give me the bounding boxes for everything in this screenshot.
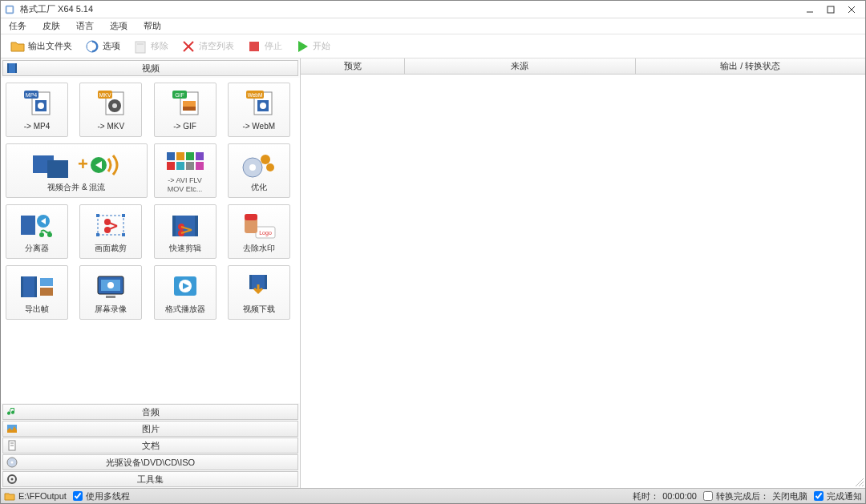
start-label: 开始 (313, 40, 330, 52)
category-toolset[interactable]: 工具集 (2, 471, 298, 487)
tile-mkv-label: -> MKV (83, 122, 138, 133)
picture-icon (6, 423, 18, 434)
tile-crop[interactable]: 画面裁剪 (79, 204, 142, 259)
svg-rect-76 (21, 276, 23, 297)
maximize-button[interactable] (820, 2, 841, 18)
gear-icon (6, 474, 18, 485)
task-list-body[interactable] (301, 75, 865, 488)
svg-rect-13 (7, 63, 9, 73)
options-button[interactable]: 选项 (80, 37, 125, 56)
category-rom[interactable]: 光驱设备\DVD\CD\ISO (2, 454, 298, 470)
menubar: 任务 皮肤 语言 选项 帮助 (1, 18, 865, 34)
multithread-label: 使用多线程 (86, 490, 130, 502)
options-label: 选项 (103, 40, 120, 52)
stop-button[interactable]: 停止 (242, 37, 287, 56)
tile-download[interactable]: 视频下载 (228, 265, 290, 320)
tile-watermark-label: 去除水印 (232, 244, 286, 255)
col-source[interactable]: 来源 (405, 58, 636, 74)
start-button[interactable]: 开始 (290, 37, 335, 56)
tile-mp4[interactable]: MP4 -> MP4 (6, 83, 68, 137)
resize-grip-icon (854, 477, 864, 486)
remove-button[interactable]: 移除 (128, 37, 173, 56)
stop-label: 停止 (265, 40, 282, 52)
minimize-button[interactable] (799, 2, 820, 18)
output-path-segment[interactable]: E:\FFOutput (4, 491, 67, 501)
tile-gif-label: -> GIF (158, 122, 212, 133)
multithread-segment: 使用多线程 (73, 490, 130, 502)
tile-avi-label1: -> AVI FLV (168, 176, 201, 185)
splitter-icon (10, 208, 64, 244)
tile-splitter[interactable]: 分离器 (6, 204, 68, 259)
after-done-label: 转换完成后： (716, 490, 769, 502)
svg-rect-41 (186, 152, 194, 160)
category-picture[interactable]: 图片 (2, 421, 298, 437)
category-video-header[interactable]: 视频 (2, 60, 298, 76)
clear-list-button[interactable]: 清空列表 (176, 37, 239, 56)
webm-icon: WebM (232, 87, 286, 122)
tile-player[interactable]: 格式播放器 (154, 265, 216, 320)
menu-language[interactable]: 语言 (73, 18, 97, 34)
svg-point-34 (260, 103, 266, 109)
svg-rect-77 (34, 276, 37, 297)
window-title: 格式工厂 X64 5.14 (20, 3, 799, 15)
close-button[interactable] (841, 2, 862, 18)
menu-skin[interactable]: 皮肤 (39, 18, 63, 34)
tile-avi[interactable]: -> AVI FLV MOV Etc... (154, 143, 216, 198)
tile-mkv[interactable]: MKV -> MKV (79, 83, 142, 137)
svg-rect-1 (7, 6, 13, 12)
svg-rect-42 (196, 152, 204, 160)
tile-screenrec[interactable]: 屏幕录像 (79, 265, 142, 320)
category-document[interactable]: 文档 (2, 437, 298, 454)
tile-watermark[interactable]: Logo 去除水印 (228, 204, 290, 259)
tile-optimize[interactable]: 优化 (228, 143, 290, 198)
tile-webm[interactable]: WebM -> WebM (228, 83, 290, 137)
category-rom-label: 光驱设备\DVD\CD\ISO (106, 457, 195, 469)
col-status[interactable]: 输出 / 转换状态 (636, 58, 866, 74)
svg-rect-74 (245, 214, 257, 220)
svg-rect-65 (172, 216, 176, 236)
main-area: 视频 MP4 -> MP4 MKV -> MKV GIF -> GIF WebM (1, 58, 865, 488)
clear-list-label: 清空列表 (199, 40, 234, 52)
svg-point-96 (11, 478, 14, 481)
menu-task[interactable]: 任务 (6, 18, 30, 34)
tile-quickcut[interactable]: 快速剪辑 (154, 204, 216, 259)
notify-checkbox[interactable] (814, 491, 824, 501)
options-icon (85, 39, 99, 54)
tile-merge[interactable]: + 视频合并 & 混流 (6, 143, 148, 198)
category-toolset-label: 工具集 (137, 474, 164, 486)
svg-rect-3 (828, 6, 834, 13)
col-preview[interactable]: 预览 (301, 58, 405, 74)
svg-rect-87 (249, 275, 252, 289)
music-icon (6, 406, 18, 417)
merge-icon: + (10, 147, 144, 183)
tile-optimize-label: 优化 (232, 183, 286, 194)
tile-download-label: 视频下载 (232, 304, 286, 316)
category-audio[interactable]: 音频 (2, 404, 298, 420)
tile-gif[interactable]: GIF -> GIF (154, 83, 216, 137)
quickcut-icon (158, 208, 212, 244)
folder-icon (4, 491, 15, 501)
tile-export-frame[interactable]: 导出帧 (6, 265, 68, 320)
tile-merge-label: 视频合并 & 混流 (10, 183, 144, 194)
svg-rect-11 (249, 42, 259, 51)
film-icon (6, 62, 18, 74)
output-path-text: E:\FFOutput (18, 491, 67, 501)
menu-help[interactable]: 帮助 (140, 18, 164, 34)
tile-player-label: 格式播放器 (158, 304, 212, 316)
svg-rect-44 (176, 162, 184, 170)
multithread-checkbox[interactable] (73, 491, 83, 501)
svg-rect-66 (195, 216, 198, 236)
svg-rect-7 (136, 42, 145, 53)
after-done-checkbox[interactable] (703, 491, 713, 501)
svg-point-54 (47, 232, 52, 237)
gif-icon: GIF (158, 87, 212, 122)
svg-text:WebM: WebM (247, 92, 262, 98)
output-folder-button[interactable]: 输出文件夹 (6, 37, 77, 56)
screenrec-icon (83, 269, 138, 304)
task-list-panel: 预览 来源 输出 / 转换状态 (301, 58, 865, 488)
remove-icon (133, 39, 148, 54)
svg-point-24 (112, 103, 117, 108)
app-icon (4, 4, 15, 15)
menu-options[interactable]: 选项 (107, 18, 131, 34)
disc-icon (6, 457, 18, 468)
